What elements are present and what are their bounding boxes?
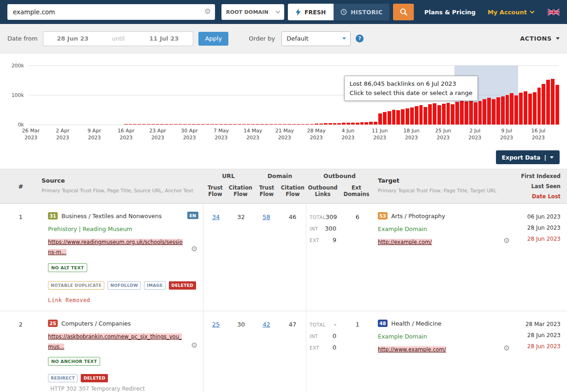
chart-bar[interactable]	[483, 99, 486, 125]
chart-bar[interactable]	[147, 124, 150, 125]
chart-bar[interactable]	[506, 95, 509, 125]
chart-bar[interactable]	[124, 124, 128, 125]
chart-bar[interactable]	[496, 97, 500, 125]
chart-bar[interactable]	[469, 101, 473, 125]
chart-bar[interactable]	[269, 124, 273, 125]
chart-bar[interactable]	[356, 123, 359, 125]
chart-bar[interactable]	[197, 124, 200, 125]
chart-bar[interactable]	[165, 124, 168, 125]
chart-bar[interactable]	[292, 124, 296, 125]
chart-bar[interactable]	[460, 101, 464, 125]
chart-bar[interactable]	[447, 103, 450, 125]
date-to-value[interactable]: 11 Jul 23	[135, 35, 193, 42]
chart-bar[interactable]	[301, 124, 305, 125]
actions-menu[interactable]: ACTIONS	[520, 35, 560, 42]
chart-bar[interactable]	[501, 96, 505, 125]
chart-bar[interactable]	[528, 94, 532, 125]
historic-index-button[interactable]: HISTORIC	[334, 4, 389, 20]
chart-bar[interactable]	[542, 84, 545, 125]
chart-bar[interactable]	[492, 99, 495, 125]
chart-bar[interactable]	[215, 124, 219, 125]
chart-bar[interactable]	[442, 104, 446, 125]
chart-bar[interactable]	[319, 124, 323, 125]
chart-bar[interactable]	[137, 124, 141, 125]
source-url-link[interactable]: https://askbobrankin.com/new_pc_six_thin…	[48, 333, 182, 350]
chart-bar[interactable]	[451, 104, 454, 125]
order-by-select[interactable]: Default	[281, 31, 351, 46]
chart-bar[interactable]	[537, 88, 541, 125]
chart-bar[interactable]	[433, 103, 436, 125]
target-url-link[interactable]: http://www.example.com/	[378, 346, 446, 353]
index-scope-select[interactable]: ROOT DOMAIN	[221, 4, 284, 20]
chart-bar[interactable]	[310, 124, 314, 125]
chart-bar[interactable]	[278, 124, 282, 125]
chart-bar[interactable]	[487, 98, 491, 125]
chart-bar[interactable]	[256, 124, 259, 125]
chart-bar[interactable]	[364, 122, 368, 125]
chart-bar[interactable]	[183, 124, 187, 125]
chart-bar[interactable]	[247, 124, 251, 125]
chart-bar[interactable]	[188, 124, 191, 125]
chart-bar[interactable]	[424, 107, 427, 125]
chart-bar[interactable]	[333, 123, 337, 125]
chart-bar[interactable]	[419, 105, 423, 125]
target-page-title-link[interactable]: Example Domain	[378, 226, 427, 232]
first-indexed-header[interactable]: First Indexed	[516, 173, 561, 179]
chart-bar[interactable]	[219, 124, 223, 125]
chart-bar[interactable]	[406, 108, 409, 125]
chart-bar[interactable]	[224, 124, 227, 125]
chart-bar[interactable]	[297, 124, 300, 125]
chart-bar[interactable]	[474, 102, 477, 125]
chart-bar[interactable]	[337, 123, 341, 125]
my-account-menu[interactable]: My Account	[488, 9, 534, 16]
chart-bar[interactable]	[242, 124, 246, 125]
chart-bar[interactable]	[342, 123, 346, 125]
chart-bar[interactable]	[283, 124, 286, 125]
chart-bar[interactable]	[238, 124, 241, 125]
chart-bar[interactable]	[383, 112, 387, 125]
chart-bar[interactable]	[465, 101, 468, 125]
chart-bar[interactable]	[369, 122, 373, 125]
url-trust-flow-value[interactable]: 25	[212, 321, 220, 328]
row-settings-gear-icon[interactable]: ⚙	[503, 237, 510, 244]
chart-bar[interactable]	[210, 124, 214, 125]
chart-bar[interactable]	[478, 101, 482, 125]
search-button[interactable]	[393, 4, 414, 20]
domain-trust-flow-value[interactable]: 58	[263, 214, 270, 220]
domain-trust-flow-value[interactable]: 42	[263, 321, 270, 328]
chart-bar[interactable]	[324, 123, 328, 125]
chart-bar[interactable]	[260, 124, 264, 125]
chart-bar[interactable]	[142, 124, 146, 125]
row-settings-gear-icon[interactable]: ⚙	[191, 245, 197, 253]
chart-bar[interactable]	[160, 124, 164, 125]
chart-bar[interactable]	[378, 113, 382, 125]
fresh-index-button[interactable]: FRESH	[288, 4, 334, 20]
chart-bar[interactable]	[151, 124, 155, 125]
source-page-title-link[interactable]: Prehistory | Reading Museum	[48, 226, 132, 232]
chart-bar[interactable]	[514, 95, 518, 125]
chart-bar[interactable]	[455, 102, 459, 125]
chart-bar[interactable]	[169, 124, 173, 125]
chart-bar[interactable]	[274, 124, 278, 125]
chart-bar[interactable]	[510, 93, 513, 125]
chart-bar[interactable]	[428, 104, 432, 125]
chart-bar[interactable]	[351, 123, 355, 125]
chart-bar[interactable]	[228, 124, 232, 125]
chart-bar[interactable]	[192, 124, 196, 125]
chart-bar[interactable]	[305, 124, 309, 125]
chart-bar[interactable]	[392, 110, 396, 125]
export-data-button[interactable]: Export Data |	[496, 150, 560, 164]
row-settings-gear-icon[interactable]: ⚙	[191, 342, 197, 349]
chart-bar[interactable]	[519, 93, 523, 125]
domain-search-input[interactable]	[7, 4, 215, 20]
chart-bar[interactable]	[546, 80, 550, 125]
chart-bar[interactable]	[437, 105, 441, 125]
chart-bar[interactable]	[174, 124, 178, 125]
chart-bar[interactable]	[396, 110, 400, 125]
chart-bar[interactable]	[129, 124, 132, 125]
chart-bar[interactable]	[265, 124, 269, 125]
url-trust-flow-value[interactable]: 34	[212, 214, 220, 220]
date-from-value[interactable]: 28 Jun 23	[43, 35, 101, 42]
search-options-gear-icon[interactable]: ⚙	[204, 8, 211, 15]
target-page-title-link[interactable]: Example Domain	[378, 333, 427, 340]
